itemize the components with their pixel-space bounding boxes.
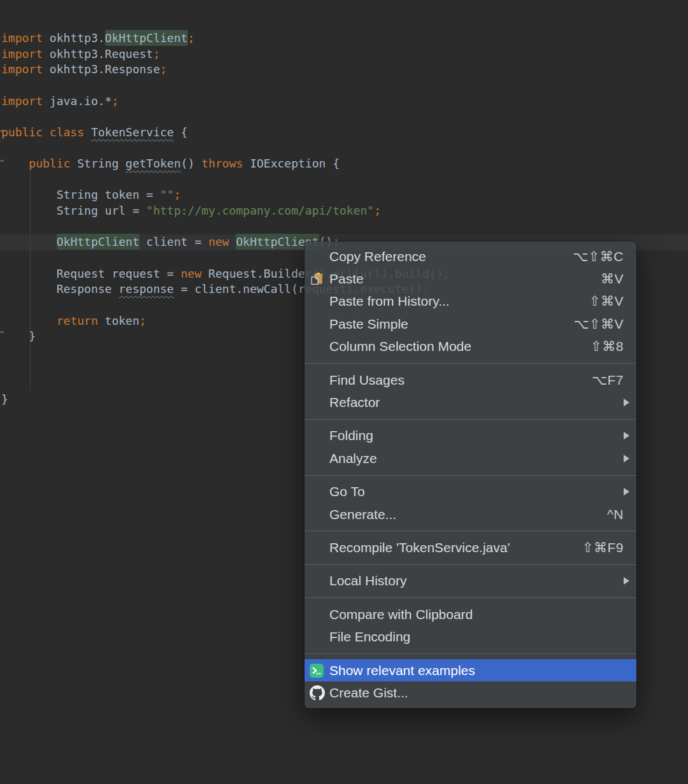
menu-item-paste-simple[interactable]: Paste Simple⌥⇧⌘V (305, 313, 636, 335)
code-token (1, 157, 29, 170)
code-token: "http://my.company.com/api/token" (147, 204, 375, 217)
menu-item-find-usages[interactable]: Find Usages⌥F7 (305, 369, 636, 391)
code-token: IOException { (243, 157, 340, 170)
code-line (1, 78, 450, 94)
menu-item-shortcut: ^N (607, 507, 624, 522)
menu-item-label: Paste Simple (329, 317, 573, 332)
menu-item-label: Local History (329, 573, 623, 588)
menu-item-show-relevant-examples[interactable]: Show relevant examples (305, 659, 636, 681)
menu-item-label: Generate... (329, 507, 607, 522)
code-line: import okhttp3.OkHttpClient; (1, 31, 450, 46)
menu-item-compare-with-clipboard[interactable]: Compare with Clipboard (305, 603, 636, 625)
code-line: import okhttp3.Request; (1, 46, 450, 62)
code-token: token (98, 314, 140, 327)
menu-item-label: Go To (329, 484, 623, 499)
code-token: okhttp3.Response (43, 62, 160, 76)
code-line: public class TokenService { (1, 125, 450, 141)
menu-item-label: Compare with Clipboard (329, 607, 624, 622)
menu-separator (305, 363, 636, 364)
menu-item-shortcut: ⌥⇧⌘V (573, 317, 624, 332)
code-token: { (174, 125, 188, 139)
code-token: Response (1, 282, 118, 296)
submenu-arrow-icon (623, 431, 630, 440)
menu-separator (305, 564, 636, 565)
menu-item-folding[interactable]: Folding (305, 425, 636, 447)
code-token: ; (188, 31, 195, 45)
menu-item-copy-reference[interactable]: Copy Reference⌥⇧⌘C (305, 245, 636, 267)
code-token: getToken (125, 157, 181, 170)
code-line: import okhttp3.Response; (1, 62, 450, 78)
code-token: response (118, 282, 174, 296)
menu-item-generate[interactable]: Generate...^N (305, 503, 636, 525)
code-token: throws (201, 157, 243, 170)
menu-item-create-gist[interactable]: Create Gist... (305, 681, 636, 704)
code-token: ; (140, 314, 147, 327)
menu-item-analyze[interactable]: Analyze (305, 447, 636, 469)
github-icon (310, 685, 329, 701)
code-token: } (1, 329, 36, 343)
code-token: } (1, 392, 8, 406)
code-token: import (1, 31, 43, 45)
menu-item-shortcut: ⌥⇧⌘C (573, 249, 624, 264)
code-token: ; (160, 62, 167, 76)
menu-item-go-to[interactable]: Go To (305, 481, 636, 503)
ide-window: import okhttp3.OkHttpClient;import okhtt… (0, 0, 688, 784)
code-token (1, 235, 57, 248)
menu-item-label: Find Usages (329, 373, 592, 388)
menu-item-label: Copy Reference (329, 249, 573, 264)
menu-item-shortcut: ⌘V (601, 271, 624, 287)
menu-separator (305, 475, 636, 476)
code-line (1, 140, 450, 156)
menu-item-label: Paste from History... (329, 294, 589, 309)
menu-separator (305, 597, 636, 598)
menu-item-file-encoding[interactable]: File Encoding (305, 625, 636, 648)
menu-separator (305, 419, 636, 420)
code-token (1, 314, 57, 327)
menu-item-shortcut: ⌥F7 (592, 373, 624, 388)
menu-item-label: Show relevant examples (329, 663, 624, 678)
menu-separator (305, 653, 636, 654)
code-token: import (1, 94, 43, 108)
menu-item-paste-from-history[interactable]: Paste from History...⇧⌘V (305, 290, 636, 313)
menu-item-label: File Encoding (329, 629, 624, 645)
menu-item-local-history[interactable]: Local History (305, 570, 636, 592)
menu-item-label: Create Gist... (329, 685, 624, 701)
menu-separator (305, 531, 636, 531)
menu-item-label: Folding (329, 428, 623, 443)
code-token: public (29, 157, 70, 170)
code-token: () (181, 157, 202, 170)
menu-item-label: Refactor (329, 395, 623, 410)
code-token: ; (111, 94, 118, 108)
code-token: String (70, 157, 125, 170)
menu-item-label: Recompile 'TokenService.java' (329, 540, 582, 555)
code-line: import java.io.*; (1, 94, 450, 110)
highlighted-identifier: OkHttpClient (57, 234, 140, 250)
code-token: ; (174, 188, 181, 201)
code-token (229, 235, 236, 248)
editor-context-menu: Copy Reference⌥⇧⌘CPaste⌘VPaste from Hist… (305, 241, 636, 708)
code-token: ; (374, 204, 381, 217)
submenu-arrow-icon (623, 398, 630, 407)
code-token: client = (140, 235, 208, 248)
code-token: okhttp3. (43, 31, 105, 45)
code-token (84, 125, 91, 139)
code-line (1, 109, 450, 125)
code-token: okhttp3.Request (43, 47, 153, 61)
menu-item-column-selection-mode[interactable]: Column Selection Mode⇧⌘8 (305, 336, 636, 358)
code-token: String token = (1, 188, 160, 201)
menu-item-label: Column Selection Mode (329, 339, 591, 354)
menu-item-label: Analyze (329, 451, 623, 466)
code-line (1, 219, 450, 235)
menu-item-refactor[interactable]: Refactor (305, 391, 636, 413)
code-token: new (181, 267, 202, 280)
menu-item-paste[interactable]: Paste⌘V (305, 267, 636, 290)
menu-item-recompile-tokenservice-java[interactable]: Recompile 'TokenService.java'⇧⌘F9 (305, 536, 636, 559)
submenu-arrow-icon (623, 454, 630, 463)
code-token: new (208, 235, 229, 248)
code-token: "" (160, 188, 174, 201)
code-token: Request request = (1, 267, 181, 280)
menu-item-label: Paste (329, 271, 601, 287)
code-token: import (1, 47, 43, 61)
code-line: String url = "http://my.company.com/api/… (1, 203, 450, 219)
code-token: import (1, 62, 43, 76)
